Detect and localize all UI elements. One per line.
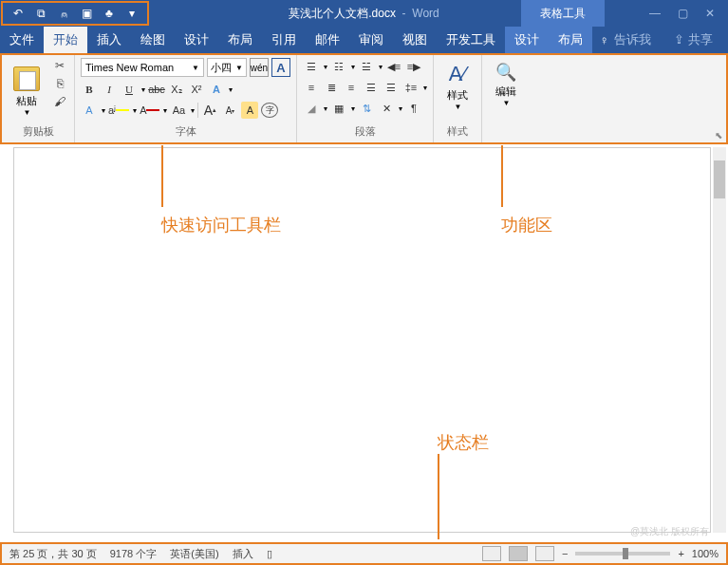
tell-me-label[interactable]: 告诉我 — [614, 31, 651, 48]
qat-btn-3[interactable]: ⍝ — [54, 4, 73, 23]
distributed-button[interactable]: ☰ — [383, 79, 400, 96]
editing-button[interactable]: 🔍 编辑 ▼ — [488, 58, 524, 124]
bold-button[interactable]: B — [81, 81, 98, 98]
tab-review[interactable]: 审阅 — [349, 27, 393, 53]
status-bar: 第 25 页，共 30 页 9178 个字 英语(美国) 插入 ▯ − + 10… — [0, 542, 728, 565]
language-indicator[interactable]: 英语(美国) — [170, 547, 218, 561]
annotation-ribbon: 功能区 — [501, 214, 552, 236]
phonetic-guide-icon[interactable]: wén — [250, 58, 269, 77]
document-canvas[interactable] — [13, 147, 711, 533]
increase-indent-button[interactable]: ≡▶ — [405, 58, 422, 75]
highlight-button[interactable]: aʲ — [108, 102, 129, 119]
group-paragraph: ☰▾ ☷▾ ☱▾ ◀≡ ≡▶ ≡ ≣ ≡ ☰ ☰ ‡≡▾ ◢▾ ▦▾ ⇅ ✕▾ … — [297, 55, 434, 142]
ribbon-tabs: 文件 开始 插入 绘图 设计 布局 引用 邮件 审阅 视图 开发工具 设计 布局… — [0, 27, 728, 53]
clear-format-button[interactable]: A — [241, 102, 258, 119]
macro-icon[interactable]: ▯ — [267, 548, 272, 560]
font-size-select[interactable]: 小四▼ — [207, 58, 247, 77]
format-painter-icon[interactable]: 🖌 — [51, 94, 68, 109]
zoom-out-button[interactable]: − — [562, 548, 568, 559]
text-effects-icon[interactable]: A — [81, 102, 98, 119]
asian-layout-button[interactable]: ✕ — [378, 100, 395, 117]
ribbon: 粘贴 ▼ ✂ ⎘ 🖌 剪贴板 Times New Roman▼ 小四▼ wén … — [0, 53, 728, 144]
maximize-icon[interactable]: ▢ — [678, 7, 688, 20]
zoom-in-button[interactable]: + — [678, 548, 683, 559]
group-label-clipboard: 剪贴板 — [8, 124, 68, 140]
justify-button[interactable]: ☰ — [363, 79, 380, 96]
document-title: 莫浅北个人文档.docx - Word — [289, 6, 439, 22]
title-bar: ↶ ⧉ ⍝ ▣ ♣ ▾ 莫浅北个人文档.docx - Word 表格工具 — ▢… — [0, 0, 728, 27]
tab-table-design[interactable]: 设计 — [505, 27, 549, 53]
multilevel-button[interactable]: ☱ — [358, 58, 375, 75]
align-center-button[interactable]: ≣ — [323, 79, 340, 96]
subscript-button[interactable]: X₂ — [168, 81, 185, 98]
underline-button[interactable]: U — [121, 81, 138, 98]
font-color-button[interactable]: A — [140, 102, 159, 119]
grow-font-button[interactable]: A▴ — [201, 102, 218, 119]
group-clipboard: 粘贴 ▼ ✂ ⎘ 🖌 剪贴板 — [2, 55, 75, 142]
print-layout-button[interactable] — [509, 546, 528, 561]
enclose-char-button[interactable]: 字 — [261, 103, 278, 118]
strikethrough-button[interactable]: abc — [148, 81, 165, 98]
text-effects-button[interactable]: A — [208, 81, 225, 98]
window-controls: — ▢ ✕ — [636, 7, 728, 20]
copy-icon[interactable]: ⎘ — [51, 76, 68, 91]
group-font: Times New Roman▼ 小四▼ wén A B I U▾ abc X₂… — [75, 55, 297, 142]
tab-design[interactable]: 设计 — [175, 27, 218, 53]
scrollbar-thumb[interactable] — [714, 160, 725, 198]
tab-insert[interactable]: 插入 — [87, 27, 131, 53]
close-icon[interactable]: ✕ — [705, 7, 715, 20]
page-indicator[interactable]: 第 25 页，共 30 页 — [9, 547, 97, 561]
collapse-ribbon-icon[interactable]: ⬉ — [715, 130, 722, 141]
qat-btn-4[interactable]: ▣ — [77, 4, 96, 23]
qat-btn-5[interactable]: ♣ — [100, 4, 119, 23]
qat-btn-2[interactable]: ⧉ — [31, 4, 50, 23]
share-button[interactable]: ⇪ 共享 — [674, 31, 713, 48]
annotation-qat: 快速访问工具栏 — [161, 214, 281, 236]
tab-file[interactable]: 文件 — [0, 27, 44, 53]
show-marks-button[interactable]: ¶ — [405, 100, 422, 117]
watermark: @莫浅北 版权所有 — [630, 525, 709, 538]
shading-button[interactable]: ◢ — [303, 100, 320, 117]
web-layout-button[interactable] — [535, 546, 554, 561]
qat-customize-icon[interactable]: ▾ — [122, 4, 141, 23]
tell-me-icon[interactable]: ♀ — [600, 33, 609, 47]
tab-mail[interactable]: 邮件 — [306, 27, 349, 53]
tab-home[interactable]: 开始 — [44, 27, 87, 53]
insert-mode[interactable]: 插入 — [233, 547, 253, 561]
undo-icon[interactable]: ↶ — [9, 4, 28, 23]
sort-button[interactable]: ⇅ — [358, 100, 375, 117]
callout-line — [501, 145, 503, 207]
tab-layout[interactable]: 布局 — [218, 27, 262, 53]
group-label-font: 字体 — [81, 124, 290, 140]
line-spacing-button[interactable]: ‡≡ — [402, 79, 420, 96]
zoom-slider[interactable] — [575, 552, 670, 556]
styles-button[interactable]: A⁄ 样式 ▼ — [439, 58, 476, 124]
tab-view[interactable]: 视图 — [393, 27, 437, 53]
change-case-button[interactable]: Aa — [170, 102, 187, 119]
borders-button[interactable]: ▦ — [330, 100, 347, 117]
decrease-indent-button[interactable]: ◀≡ — [385, 58, 402, 75]
paste-button[interactable]: 粘贴 ▼ — [8, 58, 46, 124]
bullets-button[interactable]: ☰ — [303, 58, 320, 75]
cut-icon[interactable]: ✂ — [51, 58, 68, 73]
tab-references[interactable]: 引用 — [262, 27, 306, 53]
align-right-button[interactable]: ≡ — [343, 79, 360, 96]
numbering-button[interactable]: ☷ — [330, 58, 347, 75]
tab-developer[interactable]: 开发工具 — [437, 27, 505, 53]
shrink-font-button[interactable]: A▾ — [221, 102, 238, 119]
font-name-select[interactable]: Times New Roman▼ — [81, 58, 204, 77]
italic-button[interactable]: I — [101, 81, 118, 98]
character-border-icon[interactable]: A — [271, 58, 290, 77]
word-count[interactable]: 9178 个字 — [110, 547, 158, 561]
read-mode-button[interactable] — [482, 546, 501, 561]
tab-table-layout[interactable]: 布局 — [549, 27, 592, 53]
app-name: Word — [412, 7, 439, 20]
tab-draw[interactable]: 绘图 — [131, 27, 175, 53]
group-label-styles: 样式 — [439, 124, 476, 140]
group-styles: A⁄ 样式 ▼ 样式 — [434, 55, 482, 142]
zoom-level[interactable]: 100% — [692, 548, 719, 559]
align-left-button[interactable]: ≡ — [303, 79, 320, 96]
vertical-scrollbar[interactable] — [713, 147, 726, 533]
minimize-icon[interactable]: — — [649, 7, 661, 20]
superscript-button[interactable]: X² — [188, 81, 205, 98]
